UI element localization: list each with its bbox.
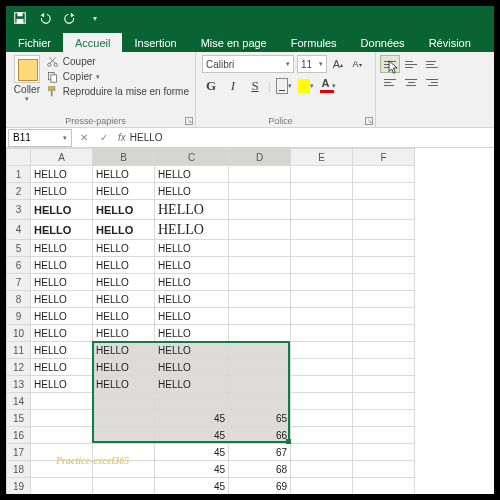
row-header[interactable]: 13 bbox=[7, 376, 31, 393]
cell[interactable]: HELLO bbox=[155, 200, 229, 220]
dialog-launcher-icon[interactable]: ↘ bbox=[185, 117, 193, 125]
cell[interactable] bbox=[229, 393, 291, 410]
row-header[interactable]: 7 bbox=[7, 274, 31, 291]
align-center-button[interactable] bbox=[401, 73, 421, 91]
col-header[interactable]: F bbox=[353, 149, 415, 166]
cell[interactable]: HELLO bbox=[31, 376, 93, 393]
tab-révision[interactable]: Révision bbox=[417, 33, 483, 52]
redo-icon[interactable] bbox=[62, 11, 77, 26]
select-all-corner[interactable] bbox=[7, 149, 31, 166]
font-size-select[interactable]: 11▾ bbox=[297, 55, 327, 73]
cell[interactable]: HELLO bbox=[93, 376, 155, 393]
cell[interactable] bbox=[229, 308, 291, 325]
row-header[interactable]: 14 bbox=[7, 393, 31, 410]
cell[interactable] bbox=[93, 478, 155, 495]
align-bottom-button[interactable] bbox=[422, 55, 442, 73]
cell[interactable]: HELLO bbox=[155, 325, 229, 342]
cell[interactable] bbox=[93, 461, 155, 478]
decrease-font-icon[interactable]: A▾ bbox=[349, 56, 365, 72]
cell[interactable]: 45 bbox=[155, 461, 229, 478]
cell[interactable]: HELLO bbox=[31, 342, 93, 359]
tab-insertion[interactable]: Insertion bbox=[122, 33, 188, 52]
cell[interactable]: HELLO bbox=[155, 274, 229, 291]
copy-button[interactable]: Copier ▾ bbox=[46, 70, 189, 83]
cell[interactable] bbox=[353, 257, 415, 274]
cell[interactable]: HELLO bbox=[31, 183, 93, 200]
cell[interactable]: HELLO bbox=[31, 166, 93, 183]
cell[interactable] bbox=[353, 183, 415, 200]
cancel-icon[interactable]: ✕ bbox=[74, 132, 94, 143]
spreadsheet-grid[interactable]: ABCDEF1HELLOHELLOHELLO2HELLOHELLOHELLO3H… bbox=[6, 148, 494, 494]
cell[interactable]: 67 bbox=[229, 444, 291, 461]
col-header[interactable]: C bbox=[155, 149, 229, 166]
cell[interactable] bbox=[291, 220, 353, 240]
cell[interactable] bbox=[93, 427, 155, 444]
tab-fichier[interactable]: Fichier bbox=[6, 33, 63, 52]
cell[interactable] bbox=[291, 342, 353, 359]
cell[interactable] bbox=[291, 376, 353, 393]
italic-button[interactable]: I bbox=[224, 77, 242, 95]
cell[interactable]: HELLO bbox=[31, 200, 93, 220]
cell[interactable]: 45 bbox=[155, 427, 229, 444]
tab-données[interactable]: Données bbox=[349, 33, 417, 52]
row-header[interactable]: 6 bbox=[7, 257, 31, 274]
cell[interactable] bbox=[155, 393, 229, 410]
cell[interactable] bbox=[353, 325, 415, 342]
paste-button[interactable]: Coller ▾ bbox=[12, 55, 42, 103]
cell[interactable] bbox=[291, 291, 353, 308]
cell[interactable] bbox=[353, 359, 415, 376]
row-header[interactable]: 11 bbox=[7, 342, 31, 359]
cut-button[interactable]: Couper bbox=[46, 55, 189, 68]
cell[interactable] bbox=[291, 274, 353, 291]
cell[interactable]: HELLO bbox=[31, 325, 93, 342]
cell[interactable]: 65 bbox=[229, 410, 291, 427]
qat-customize-icon[interactable]: ▾ bbox=[87, 11, 102, 26]
cell[interactable]: HELLO bbox=[93, 308, 155, 325]
cell[interactable] bbox=[93, 444, 155, 461]
col-header[interactable]: B bbox=[93, 149, 155, 166]
cell[interactable] bbox=[353, 376, 415, 393]
cell[interactable]: HELLO bbox=[93, 257, 155, 274]
cell[interactable] bbox=[291, 461, 353, 478]
font-color-button[interactable]: ▾ bbox=[319, 77, 337, 95]
cell[interactable] bbox=[31, 444, 93, 461]
cell[interactable]: HELLO bbox=[155, 291, 229, 308]
cell[interactable] bbox=[353, 427, 415, 444]
row-header[interactable]: 16 bbox=[7, 427, 31, 444]
cell[interactable] bbox=[31, 393, 93, 410]
cell[interactable]: HELLO bbox=[155, 257, 229, 274]
cell[interactable] bbox=[353, 461, 415, 478]
cell[interactable] bbox=[229, 291, 291, 308]
cell[interactable]: HELLO bbox=[31, 359, 93, 376]
cell[interactable]: HELLO bbox=[155, 220, 229, 240]
cell[interactable] bbox=[353, 166, 415, 183]
row-header[interactable]: 15 bbox=[7, 410, 31, 427]
row-header[interactable]: 19 bbox=[7, 478, 31, 495]
cell[interactable] bbox=[353, 342, 415, 359]
cell[interactable] bbox=[229, 376, 291, 393]
cell[interactable]: 45 bbox=[155, 410, 229, 427]
tab-accueil[interactable]: Accueil bbox=[63, 33, 122, 52]
col-header[interactable]: E bbox=[291, 149, 353, 166]
cell[interactable]: HELLO bbox=[93, 183, 155, 200]
tab-mise en page[interactable]: Mise en page bbox=[189, 33, 279, 52]
cell[interactable] bbox=[31, 427, 93, 444]
row-header[interactable]: 5 bbox=[7, 240, 31, 257]
increase-font-icon[interactable]: A▴ bbox=[330, 56, 346, 72]
cell[interactable] bbox=[291, 240, 353, 257]
enter-icon[interactable]: ✓ bbox=[94, 132, 114, 143]
cell[interactable]: HELLO bbox=[31, 257, 93, 274]
cell[interactable]: HELLO bbox=[155, 376, 229, 393]
row-header[interactable]: 3 bbox=[7, 200, 31, 220]
align-middle-button[interactable] bbox=[401, 55, 421, 73]
cell[interactable] bbox=[291, 183, 353, 200]
row-header[interactable]: 12 bbox=[7, 359, 31, 376]
name-box[interactable]: B11▾ bbox=[8, 129, 72, 147]
tab-formules[interactable]: Formules bbox=[279, 33, 349, 52]
row-header[interactable]: 9 bbox=[7, 308, 31, 325]
cell[interactable] bbox=[93, 393, 155, 410]
cell[interactable] bbox=[291, 427, 353, 444]
cell[interactable]: HELLO bbox=[31, 291, 93, 308]
underline-button[interactable]: S bbox=[246, 77, 264, 95]
row-header[interactable]: 17 bbox=[7, 444, 31, 461]
